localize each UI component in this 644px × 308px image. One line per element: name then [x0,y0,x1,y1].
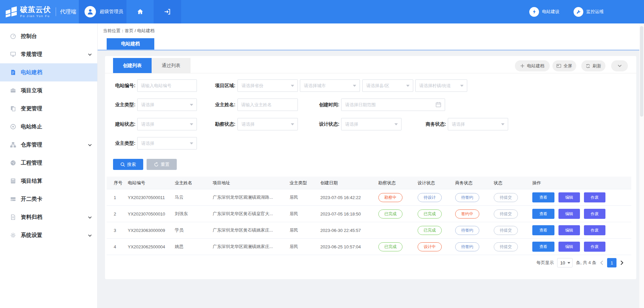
wrench-icon [574,7,583,17]
owner-name-input[interactable] [237,99,298,111]
sidebar-item-general-management[interactable]: 常规管理 [0,45,97,63]
survey-status-badge: 已完成 [378,209,402,219]
view-button[interactable]: 查看 [532,209,554,219]
prev-page-button[interactable] [600,260,604,265]
sidebar-item-project-settlement[interactable]: 项目结算 [0,172,97,190]
sidebar-item-station-archive[interactable]: 电站建档 [0,63,97,81]
owner-type-select[interactable]: 请选择 [137,99,197,111]
fullscreen-button[interactable]: 全屏 [552,60,576,71]
dashboard-icon [10,33,16,40]
per-page-label: 每页显示 [536,260,554,266]
sidebar-item-console[interactable]: 控制台 [0,27,97,45]
build-status-select[interactable]: 请选择 [137,118,197,130]
sidebar-item-project-initiation[interactable]: 项目立项 [0,81,97,100]
target-icon [10,123,16,130]
sidebar-item-label: 工程管理 [21,160,42,167]
sidebar-item-station-termination[interactable]: 电站终止 [0,118,97,136]
void-button[interactable]: 作废 [584,225,605,235]
briefcase-icon [10,87,16,94]
view-button[interactable]: 查看 [532,225,554,235]
status-badge: 待提交 [494,193,518,202]
page-scrollbar[interactable] [639,23,644,308]
town-select[interactable]: 请选择村镇/街道 [415,79,467,92]
survey-status-badge: 已完成 [378,242,402,251]
edit-button[interactable]: 编辑 [558,225,580,235]
view-button[interactable]: 查看 [532,242,554,252]
monitor-icon [10,51,16,58]
tab-create-list[interactable]: 创建列表 [113,58,152,73]
county-select[interactable]: 请选择县/区 [362,79,413,92]
next-page-button[interactable] [620,260,624,265]
chevron-down-icon [88,216,92,219]
create-station-button[interactable]: 电站建档 [515,60,550,71]
sidebar-item-label: 系统设置 [21,232,42,239]
station-code-input[interactable] [137,79,197,92]
city-select[interactable]: 请选择城市 [300,79,360,92]
edit-button[interactable]: 编辑 [558,242,580,252]
page-number-current[interactable]: 1 [607,258,616,267]
current-user[interactable]: 超级管理员 [79,0,126,23]
col-header-type: 业主类型 [289,180,320,186]
sidebar-item-label: 常规管理 [21,51,42,58]
row-type: 居民 [289,244,320,250]
col-header-created: 创建日期 [320,180,378,186]
fullscreen-icon [556,64,561,68]
sidebar-item-warehouse-management[interactable]: 仓库管理 [0,136,97,154]
sidebar-item-second-type-card[interactable]: 开二类卡 [0,190,97,208]
top-bar: 破茧云伏 Po Jian Yun Fu 代理端 超级管理员 [0,0,644,23]
province-select[interactable]: 请选择省份 [237,79,298,92]
sidebar-item-label: 资料归档 [21,214,42,221]
home-button[interactable] [126,0,154,23]
design-status-badge: 待设计 [418,193,442,202]
brand-name-pinyin: Po Jian Yun Fu [20,14,51,18]
survey-status-placeholder: 请选择 [241,121,255,127]
table-header-row: 序号 电站编号 业主姓名 项目地址 业主类型 创建日期 勘察状态 设计状态 商务… [107,177,631,189]
collapse-toolbar-button[interactable] [611,60,628,71]
void-button[interactable]: 作废 [584,209,605,219]
caret-down-icon [394,123,398,125]
header-right-nav: 电站建设 监控运维 [529,0,604,23]
sidebar-item-engineering-management[interactable]: 工程管理 [0,154,97,172]
sidebar-item-label: 电站终止 [21,123,42,130]
row-created: 2023-07-05 16:42:22 [320,195,378,200]
row-address: 广东深圳龙华区观澜镇观湖路... [213,194,289,200]
page-tab-underline [98,50,644,51]
page-tab-station-archive[interactable]: 电站建档 [107,38,154,50]
void-button[interactable]: 作废 [584,242,605,252]
date-range-placeholder: 请选择日期范围 [345,102,376,108]
design-status-badge: 已完成 [418,226,442,235]
page-size-value: 10 [560,260,565,265]
file-icon [10,214,16,221]
row-created: 2023-06-25 10:57:04 [320,244,378,249]
row-type: 居民 [289,211,320,217]
calendar-icon [435,102,441,108]
reset-button[interactable]: 重置 [147,159,177,170]
row-code: YX2023070500011 [128,195,175,200]
survey-status-select[interactable]: 请选择 [237,118,298,130]
nav-station-build[interactable]: 电站建设 [529,7,559,17]
chevron-down-icon [88,234,92,237]
panel-header-divider [105,73,636,73]
tab-passed-list[interactable]: 通过列表 [152,58,191,73]
void-button[interactable]: 作废 [584,192,605,202]
search-button[interactable]: 搜索 [113,159,143,170]
row-address: 广东深圳龙华区观澜镇姚家庄... [213,244,289,250]
nav-monitor-ops[interactable]: 监控运维 [574,7,604,17]
design-status-select[interactable]: 请选择 [341,118,401,130]
edit-button[interactable]: 编辑 [558,209,580,219]
business-status-select[interactable]: 请选择 [448,118,508,130]
sidebar-item-data-archive[interactable]: 资料归档 [0,208,97,226]
owner-type-2-select[interactable]: 请选择 [137,137,197,149]
edit-button[interactable]: 编辑 [558,192,580,202]
refresh-button[interactable]: 刷新 [581,60,605,71]
status-badge: 待提交 [494,226,518,235]
sidebar-item-label: 仓库管理 [21,141,42,148]
view-button[interactable]: 查看 [532,192,554,202]
scrollbar-thumb[interactable] [640,26,643,117]
page-size-select[interactable]: 10 [557,258,573,267]
logout-button[interactable] [154,0,181,23]
date-range-input[interactable]: 请选择日期范围 [341,99,445,111]
breadcrumb-path[interactable]: 首页 / 电站建档 [125,28,155,33]
sidebar-item-system-settings[interactable]: 系统设置 [0,226,97,244]
sidebar-item-change-management[interactable]: 变更管理 [0,100,97,118]
